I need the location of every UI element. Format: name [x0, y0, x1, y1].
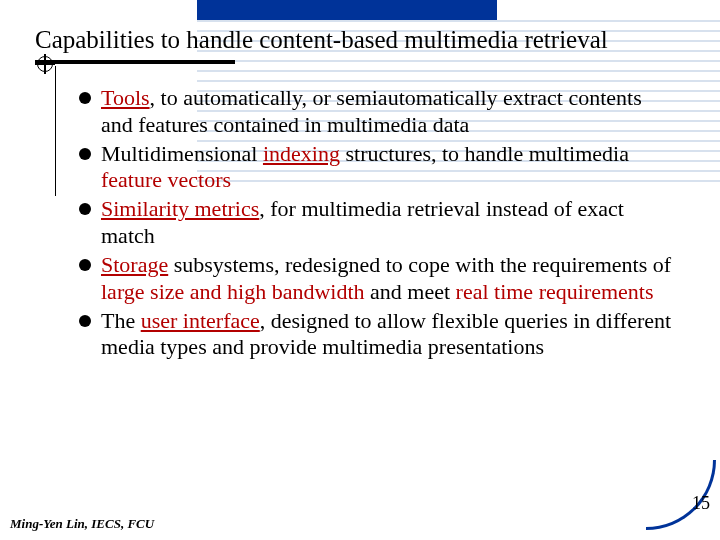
text-segment: large size and high bandwidth: [101, 279, 365, 304]
text-segment: Storage: [101, 252, 168, 277]
slide-body: Tools, to automatically, or semiautomati…: [75, 85, 675, 363]
slide-title: Capabilities to handle content-based mul…: [35, 26, 608, 54]
text-segment: structures, to handle multimedia: [340, 141, 629, 166]
page-number: 15: [692, 493, 710, 514]
text-segment: , to automatically, or semiautomatically…: [101, 85, 642, 137]
bullet-item: Multidimensional indexing structures, to…: [75, 141, 675, 195]
text-segment: feature vectors: [101, 167, 231, 192]
text-segment: The: [101, 308, 141, 333]
text-segment: user interface: [141, 308, 260, 333]
crosshair-icon: [35, 54, 55, 74]
text-segment: subsystems, redesigned to cope with the …: [168, 252, 671, 277]
bullet-item: The user interface, designed to allow fl…: [75, 308, 675, 362]
title-underline: [35, 60, 235, 64]
text-segment: Similarity metrics: [101, 196, 259, 221]
bullet-item: Storage subsystems, redesigned to cope w…: [75, 252, 675, 306]
slide-footer: Ming-Yen Lin, IECS, FCU: [10, 516, 154, 532]
header-accent-bar: [197, 0, 497, 20]
text-segment: and meet: [365, 279, 456, 304]
text-segment: real time requirements: [456, 279, 654, 304]
bullet-list: Tools, to automatically, or semiautomati…: [75, 85, 675, 361]
bullet-item: Similarity metrics, for multimedia retri…: [75, 196, 675, 250]
text-segment: Multidimensional: [101, 141, 263, 166]
text-segment: indexing: [263, 141, 340, 166]
body-guide-line: [55, 66, 56, 196]
bullet-item: Tools, to automatically, or semiautomati…: [75, 85, 675, 139]
text-segment: Tools: [101, 85, 150, 110]
